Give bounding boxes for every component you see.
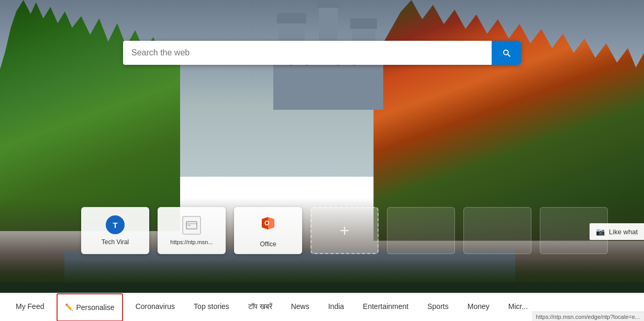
- camera-icon: 📷: [596, 227, 605, 236]
- svg-rect-3: [187, 227, 196, 227]
- nav-coronavirus[interactable]: Coronavirus: [126, 293, 184, 322]
- like-what-banner[interactable]: 📷 Like what: [590, 223, 644, 240]
- quicklink-add-new[interactable]: +: [310, 207, 379, 254]
- quicklink-tech-viral-label: Tech Viral: [102, 238, 129, 246]
- nav-top-khabre[interactable]: टॉप खबरें: [239, 293, 282, 322]
- ntp-msn-icon: [182, 216, 201, 235]
- tech-viral-icon: T: [106, 215, 125, 234]
- like-what-label: Like what: [609, 228, 638, 236]
- quicklink-ghost-1: [387, 207, 455, 254]
- ground-base: [0, 282, 644, 293]
- office-icon: O: [259, 214, 277, 236]
- nav-india[interactable]: India: [319, 293, 353, 322]
- search-container: [123, 41, 521, 65]
- nav-my-feed[interactable]: My Feed: [6, 293, 53, 322]
- nav-personalise[interactable]: ✏️ Personalise: [57, 293, 123, 322]
- nav-entertainment[interactable]: Entertainment: [353, 293, 418, 322]
- nav-news[interactable]: News: [282, 293, 319, 322]
- edit-icon: ✏️: [65, 303, 73, 311]
- search-bar: [123, 41, 521, 65]
- search-button[interactable]: [492, 41, 521, 65]
- left-trees: [0, 0, 180, 231]
- quicklink-tech-viral[interactable]: T Tech Viral: [81, 207, 149, 254]
- nav-money[interactable]: Money: [458, 293, 499, 322]
- svg-rect-2: [187, 225, 191, 226]
- quicklinks-row: T Tech Viral https://ntp.msn...: [81, 207, 608, 254]
- quicklink-ntp-label: https://ntp.msn...: [170, 239, 213, 245]
- status-bar: https://ntp.msn.com/edge/ntp?locale=e...: [532, 312, 644, 321]
- nav-top-stories[interactable]: Top stories: [184, 293, 239, 322]
- bottom-nav-inner: My Feed ✏️ Personalise Coronavirus Top s…: [0, 293, 644, 322]
- quicklink-ntp-msn[interactable]: https://ntp.msn...: [158, 207, 226, 254]
- search-input[interactable]: [123, 41, 492, 65]
- quicklink-ghost-2: [463, 207, 531, 254]
- bottom-nav-bar: My Feed ✏️ Personalise Coronavirus Top s…: [0, 293, 644, 321]
- nav-sports[interactable]: Sports: [418, 293, 458, 322]
- quicklink-office-label: Office: [260, 240, 276, 248]
- quicklink-office[interactable]: O Office: [234, 207, 302, 254]
- svg-text:O: O: [264, 220, 269, 227]
- add-icon: +: [340, 221, 350, 240]
